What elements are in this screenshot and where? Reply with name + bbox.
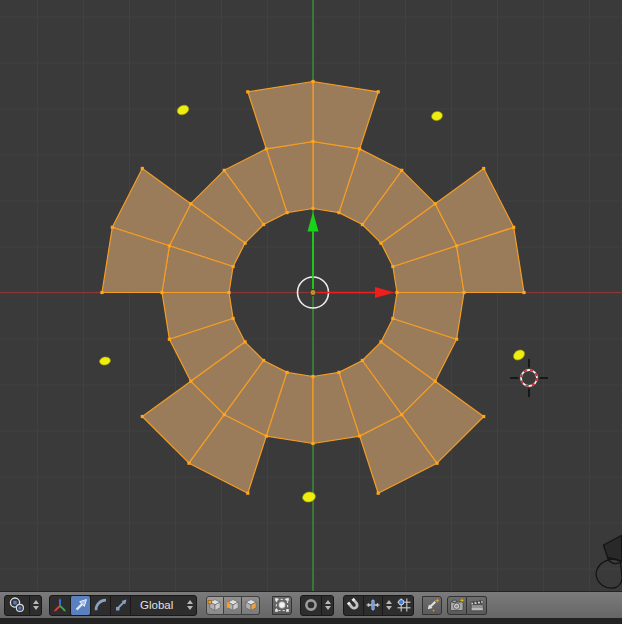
snap-project-icon — [424, 597, 440, 613]
proportional-icon — [303, 597, 319, 613]
scale-icon — [113, 597, 129, 613]
editor-type-stepper[interactable] — [29, 596, 41, 615]
gear-vertex[interactable] — [243, 242, 246, 245]
orientation-stepper[interactable] — [187, 596, 196, 615]
gear-vertex[interactable] — [189, 202, 192, 205]
snapping — [343, 595, 414, 616]
proportional-editing — [300, 595, 334, 616]
gear-vertex[interactable] — [379, 242, 382, 245]
vertex-select-button[interactable] — [206, 596, 224, 615]
stepper-up-icon — [187, 600, 193, 604]
gear-vertex[interactable] — [455, 244, 458, 247]
scale-manipulator-button[interactable] — [110, 596, 130, 615]
snap-element-stepper[interactable] — [382, 596, 394, 615]
gear-vertex[interactable] — [265, 435, 268, 438]
gear-vertex[interactable] — [100, 291, 103, 294]
gear-vertex[interactable] — [265, 147, 268, 150]
gear-vertex[interactable] — [400, 169, 403, 172]
gear-vertex[interactable] — [361, 223, 364, 226]
camera-icon — [449, 597, 465, 613]
gear-vertex[interactable] — [435, 462, 438, 465]
3d-viewport[interactable] — [0, 0, 622, 591]
gear-vertex[interactable] — [243, 340, 246, 343]
gear-vertex[interactable] — [262, 223, 265, 226]
gear-vertex[interactable] — [512, 226, 515, 229]
gear-vertex[interactable] — [377, 492, 380, 495]
viewport-canvas[interactable] — [0, 0, 622, 591]
snap-toggle-button[interactable] — [344, 596, 363, 615]
rotate-icon — [93, 597, 109, 613]
opengl-render-still-button[interactable] — [447, 596, 467, 615]
gear-vertex[interactable] — [311, 375, 314, 378]
timeline-edge-strip — [0, 618, 622, 624]
gear-vertex[interactable] — [358, 435, 361, 438]
stepper-up-icon[interactable] — [386, 600, 392, 604]
gear-vertex[interactable] — [358, 147, 361, 150]
gear-vertex[interactable] — [337, 371, 340, 374]
gear-vertex[interactable] — [482, 167, 485, 170]
stepper-up-icon[interactable] — [325, 600, 331, 604]
gear-vertex[interactable] — [189, 380, 192, 383]
gear-vertex[interactable] — [141, 167, 144, 170]
stepper-down-icon[interactable] — [33, 606, 39, 610]
gear-vertex[interactable] — [311, 140, 314, 143]
opengl-render-anim-button[interactable] — [467, 596, 487, 615]
snap-target-button[interactable] — [394, 596, 413, 615]
gear-vertex[interactable] — [400, 413, 403, 416]
gear-vertex[interactable] — [377, 90, 380, 93]
limit-selection-visible-button[interactable] — [272, 596, 292, 615]
gear-vertex[interactable] — [141, 415, 144, 418]
gear-vertex[interactable] — [311, 80, 314, 83]
gear-vertex[interactable] — [227, 291, 230, 294]
manipulator-axes-icon — [52, 597, 68, 613]
translate-manipulator-button[interactable] — [70, 596, 90, 615]
gear-vertex[interactable] — [361, 359, 364, 362]
gear-vertex[interactable] — [168, 244, 171, 247]
gear-vertex[interactable] — [395, 291, 398, 294]
gear-vertex[interactable] — [337, 211, 340, 214]
gear-vertex[interactable] — [379, 340, 382, 343]
gear-vertex[interactable] — [455, 338, 458, 341]
gear-vertex[interactable] — [232, 265, 235, 268]
edge-select-button[interactable] — [224, 596, 242, 615]
gear-vertex[interactable] — [311, 442, 314, 445]
stepper-up-icon[interactable] — [33, 600, 39, 604]
magnet-icon — [346, 597, 362, 613]
gear-vertex[interactable] — [223, 413, 226, 416]
rotate-manipulator-button[interactable] — [90, 596, 110, 615]
gear-vertex[interactable] — [285, 211, 288, 214]
occlude-icon — [274, 597, 290, 613]
proportional-edit-stepper[interactable] — [321, 596, 333, 615]
manipulator-toggle-button[interactable] — [50, 596, 70, 615]
gear-vertex[interactable] — [262, 359, 265, 362]
gear-vertex[interactable] — [168, 338, 171, 341]
gear-vertex[interactable] — [462, 291, 465, 294]
gear-vertex[interactable] — [391, 317, 394, 320]
gear-vertex[interactable] — [223, 169, 226, 172]
stepper-down-icon[interactable] — [386, 606, 392, 610]
editor-type-button[interactable] — [5, 596, 29, 615]
translate-icon — [73, 597, 89, 613]
gear-vertex[interactable] — [246, 492, 249, 495]
proportional-edit-button[interactable] — [301, 596, 321, 615]
face-select-icon — [243, 597, 259, 613]
orientation-label: Global — [131, 599, 187, 611]
face-select-button[interactable] — [242, 596, 260, 615]
gear-vertex[interactable] — [187, 462, 190, 465]
gear-vertex[interactable] — [111, 226, 114, 229]
gear-vertex[interactable] — [391, 265, 394, 268]
stepper-down-icon[interactable] — [325, 606, 331, 610]
snap-element-button[interactable] — [363, 596, 382, 615]
gear-vertex[interactable] — [434, 380, 437, 383]
gear-vertex[interactable] — [232, 317, 235, 320]
gear-vertex[interactable] — [522, 291, 525, 294]
gear-vertex[interactable] — [482, 415, 485, 418]
gear-vertex[interactable] — [285, 371, 288, 374]
snap-project-button[interactable] — [422, 596, 442, 615]
clapper-icon — [469, 597, 485, 613]
gear-vertex[interactable] — [434, 202, 437, 205]
orientation-dropdown[interactable]: Global — [130, 596, 196, 615]
gear-vertex[interactable] — [160, 291, 163, 294]
gear-vertex[interactable] — [246, 90, 249, 93]
gear-vertex[interactable] — [311, 207, 314, 210]
